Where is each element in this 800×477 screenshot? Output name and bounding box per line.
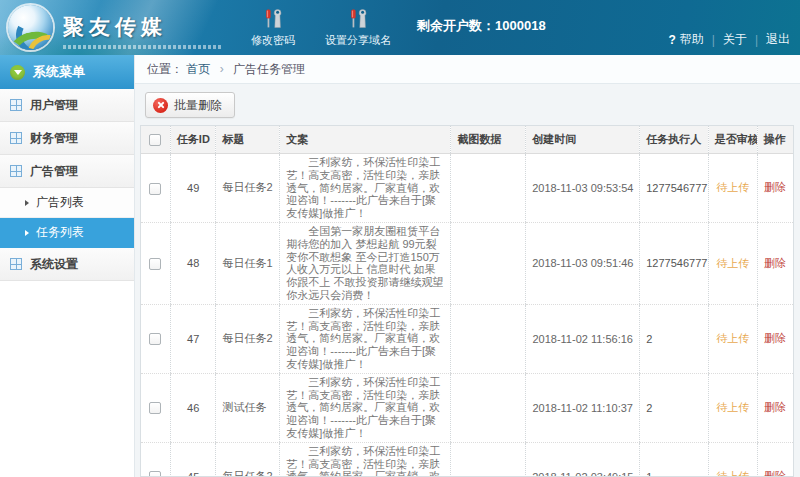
select-all-checkbox[interactable]: [149, 134, 161, 146]
link-separator: |: [755, 33, 758, 47]
grid-icon: [10, 132, 22, 144]
task-id: 47: [170, 304, 216, 373]
table-row: 46 测试任务 三利家纺，环保活性印染工艺！高支高密，活性印染，亲肤透气，简约居…: [141, 373, 793, 442]
task-title: 每日任务2: [216, 154, 280, 223]
tools-icon: [261, 7, 285, 31]
review-status: 待上传: [716, 332, 749, 344]
table-row: 49 每日任务2 三利家纺，环保活性印染工艺！高支高密，活性印染，亲肤透气，简约…: [141, 154, 793, 223]
col-header-action: 操作: [757, 126, 793, 154]
sidebar-item-system-settings[interactable]: 系统设置: [0, 248, 134, 281]
created-time: 2018-11-02 03:49:15: [526, 442, 640, 477]
review-status: 待上传: [716, 401, 749, 413]
screenshot-cell: [451, 442, 526, 477]
task-title: 每日任务2: [216, 442, 280, 477]
task-copy: 三利家纺，环保活性印染工艺！高支高密，活性印染，亲肤透气，简约居家。厂家直销，欢…: [286, 156, 444, 220]
row-checkbox[interactable]: [149, 258, 161, 270]
delete-link[interactable]: 删除: [764, 401, 786, 413]
globe-logo-icon: [8, 5, 53, 50]
table-row: 47 每日任务2 三利家纺，环保活性印染工艺！高支高密，活性印染，亲肤透气，简约…: [141, 304, 793, 373]
batch-delete-label: 批量删除: [174, 97, 222, 114]
review-status: 待上传: [716, 470, 749, 477]
created-time: 2018-11-03 09:51:46: [526, 222, 640, 304]
top-links: ? 帮助 | 关于 | 退出: [668, 31, 790, 48]
task-copy: 三利家纺，环保活性印染工艺！高支高密，活性印染，亲肤透气，简约居家。厂家直销，欢…: [286, 445, 444, 477]
screenshot-cell: [451, 304, 526, 373]
sidebar-item-label: 财务管理: [30, 130, 78, 147]
executor: 1: [640, 442, 708, 477]
set-share-domain-label: 设置分享域名: [325, 33, 391, 48]
sidebar-subitem-ad-list[interactable]: 广告列表: [0, 188, 134, 218]
sidebar-item-label: 广告管理: [30, 163, 78, 180]
created-time: 2018-11-02 11:10:37: [526, 373, 640, 442]
table-row: 45 每日任务2 三利家纺，环保活性印染工艺！高支高密，活性印染，亲肤透气，简约…: [141, 442, 793, 477]
screenshot-cell: [451, 222, 526, 304]
menu-header-label: 系统菜单: [33, 63, 85, 81]
sidebar-item-ad-management[interactable]: 广告管理: [0, 155, 134, 188]
breadcrumb-separator: ›: [220, 62, 224, 76]
help-question-icon: ?: [668, 33, 675, 47]
row-checkbox[interactable]: [149, 402, 161, 414]
executor: 1277546777: [640, 154, 708, 223]
about-link[interactable]: 关于: [723, 31, 747, 48]
delete-link[interactable]: 删除: [764, 181, 786, 193]
table-header-row: 任务ID 标题 文案 截图数据 创建时间 任务执行人 是否审核 操作: [141, 126, 793, 154]
review-status: 待上传: [716, 257, 749, 269]
task-id: 48: [170, 222, 216, 304]
col-header-title: 标题: [216, 126, 280, 154]
review-status: 待上传: [716, 181, 749, 193]
task-id: 46: [170, 373, 216, 442]
brand-title: 聚友传媒: [63, 13, 221, 41]
change-password-button[interactable]: 修改密码: [251, 7, 295, 48]
sidebar-item-label: 用户管理: [30, 97, 78, 114]
task-title: 每日任务1: [216, 222, 280, 304]
breadcrumb-current: 广告任务管理: [233, 62, 305, 76]
task-copy: 三利家纺，环保活性印染工艺！高支高密，活性印染，亲肤透气，简约居家。厂家直销，欢…: [286, 376, 444, 440]
breadcrumb-home-link[interactable]: 首页: [186, 62, 210, 76]
tools-icon: [346, 7, 370, 31]
row-checkbox[interactable]: [149, 333, 161, 345]
arrow-right-icon: [25, 200, 29, 206]
task-table-panel: 任务ID 标题 文案 截图数据 创建时间 任务执行人 是否审核 操作: [140, 125, 794, 477]
sidebar-item-label: 系统设置: [30, 256, 78, 273]
col-header-review: 是否审核: [708, 126, 757, 154]
toolbar: 批量删除: [135, 84, 800, 125]
row-checkbox[interactable]: [149, 471, 161, 477]
set-share-domain-button[interactable]: 设置分享域名: [325, 7, 391, 48]
remaining-accounts-label: 剩余开户数：1000018: [417, 17, 546, 35]
task-table: 任务ID 标题 文案 截图数据 创建时间 任务执行人 是否审核 操作: [141, 126, 793, 477]
sidebar-item-finance-management[interactable]: 财务管理: [0, 122, 134, 155]
app-window: 聚友传媒 修改密码 设置分享域名 剩余开户数: [0, 0, 800, 477]
created-time: 2018-11-02 11:56:16: [526, 304, 640, 373]
batch-delete-button[interactable]: 批量删除: [145, 92, 235, 118]
executor: 2: [640, 373, 708, 442]
exit-link[interactable]: 退出: [766, 31, 790, 48]
content-area: 位置： 首页 › 广告任务管理 批量删除: [135, 55, 800, 477]
delete-link[interactable]: 删除: [764, 257, 786, 269]
delete-link[interactable]: 删除: [764, 470, 786, 477]
grid-icon: [10, 165, 22, 177]
col-header-executor: 任务执行人: [640, 126, 708, 154]
brand-logo: 聚友传媒: [0, 0, 221, 50]
grid-icon: [10, 258, 22, 270]
task-copy: 全国第一家朋友圈租赁平台期待您的加入 梦想起航 99元裂变你不敢想象 至今已打造…: [286, 225, 444, 302]
sidebar-subitem-label: 广告列表: [36, 194, 84, 211]
col-header-task-id: 任务ID: [170, 126, 216, 154]
screenshot-cell: [451, 154, 526, 223]
col-header-screenshot: 截图数据: [451, 126, 526, 154]
help-link[interactable]: 帮助: [680, 31, 704, 48]
executor: 1277546777: [640, 222, 708, 304]
app-header: 聚友传媒 修改密码 设置分享域名 剩余开户数: [0, 0, 800, 55]
task-id: 49: [170, 154, 216, 223]
sidebar-menu-header[interactable]: 系统菜单: [0, 55, 134, 89]
col-header-created: 创建时间: [526, 126, 640, 154]
sidebar: 系统菜单 用户管理 财务管理 广告管理 广告列表 任务列表: [0, 55, 135, 477]
change-password-label: 修改密码: [251, 33, 295, 48]
sidebar-subitem-task-list[interactable]: 任务列表: [0, 218, 134, 248]
row-checkbox[interactable]: [149, 183, 161, 195]
executor: 2: [640, 304, 708, 373]
grid-icon: [10, 99, 22, 111]
chevron-down-circle-icon: [10, 65, 25, 80]
brand-subtext-decoration: [63, 45, 221, 49]
sidebar-item-user-management[interactable]: 用户管理: [0, 89, 134, 122]
delete-link[interactable]: 删除: [764, 332, 786, 344]
